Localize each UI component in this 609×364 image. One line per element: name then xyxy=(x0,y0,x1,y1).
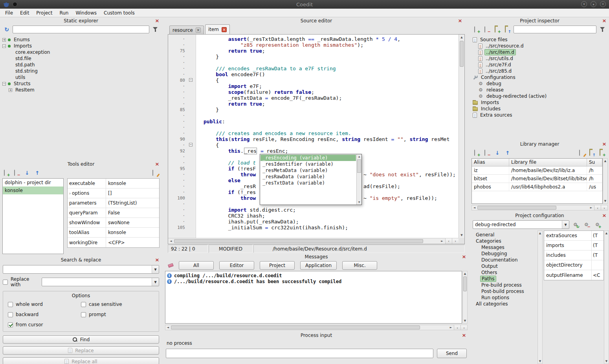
replace-with-checkbox[interactable] xyxy=(3,280,8,285)
collapse-icon[interactable]: − xyxy=(2,82,6,86)
category-item[interactable]: Pre-build process xyxy=(471,282,537,288)
filter-editor[interactable]: Editor xyxy=(219,261,254,270)
scroll-up-icon[interactable]: ▲ xyxy=(357,154,361,159)
message-item[interactable]: compiling /.../build/resource.d.coedit xyxy=(165,273,462,278)
code-line[interactable]: · import std.digest.crc; xyxy=(168,207,459,213)
category-item[interactable]: Others xyxy=(471,269,537,276)
expand-arrow-icon[interactable]: › xyxy=(69,191,71,196)
panel-close-icon[interactable] xyxy=(602,18,607,24)
code-line[interactable]: 80− { xyxy=(168,77,459,83)
category-item[interactable]: Paths xyxy=(471,276,537,282)
find-button[interactable]: Find xyxy=(3,335,159,344)
tree-item[interactable]: ../src/resource.d xyxy=(470,43,609,49)
tree-item[interactable]: release xyxy=(470,87,609,93)
sync-config-button[interactable] xyxy=(572,220,580,229)
category-item[interactable]: Categories xyxy=(471,238,537,244)
replace-button[interactable]: Replace xyxy=(3,346,159,355)
tree-item[interactable]: Includes xyxy=(470,106,609,112)
search-combo[interactable] xyxy=(3,265,159,274)
code-line[interactable]: 92 this._res = resEnc; xyxy=(168,148,459,154)
property-row[interactable]: showWindowswoNone xyxy=(68,218,159,228)
remove-source-button[interactable] xyxy=(483,25,492,34)
send-button[interactable]: Send xyxy=(437,349,467,358)
tree-item[interactable]: ../src/item.d xyxy=(470,49,609,55)
filter-all[interactable]: All xyxy=(179,261,214,270)
code-line[interactable]: · xyxy=(168,113,459,119)
menu-custom-tools[interactable]: Custom tools xyxy=(101,9,138,17)
checkbox[interactable] xyxy=(81,302,86,307)
symbol-search-input[interactable] xyxy=(13,26,149,33)
refresh-button[interactable] xyxy=(2,25,11,34)
next-icon[interactable]: › xyxy=(452,238,459,244)
checkbox[interactable] xyxy=(8,312,13,317)
editor-vscrollbar[interactable]: ▲ ▼ xyxy=(459,35,464,238)
tool-item[interactable]: konsole xyxy=(3,187,63,194)
menu-windows[interactable]: Windows xyxy=(73,9,100,17)
code-line[interactable]: · _resTxtData = encode_7F(_resRawData); xyxy=(168,95,459,101)
config-vscrollbar[interactable]: ▲ ▼ xyxy=(604,230,609,364)
category-item[interactable]: Messages xyxy=(471,244,537,251)
tree-item[interactable]: ../src/e7F.d xyxy=(470,62,609,68)
chevron-down-icon[interactable] xyxy=(562,221,569,229)
tree-item[interactable]: std.file xyxy=(0,55,162,62)
code-line[interactable]: · } xyxy=(168,54,459,60)
close-icon[interactable]: × xyxy=(600,1,606,7)
code-line[interactable]: 75 return true; xyxy=(168,48,459,54)
code-line[interactable]: ·− { xyxy=(168,142,459,148)
option-whole-word[interactable]: whole word xyxy=(8,302,81,307)
add-source-button[interactable] xyxy=(473,25,481,34)
panel-close-icon[interactable] xyxy=(154,257,160,263)
scroll-left-icon[interactable]: ◄ xyxy=(168,238,174,244)
scroll-down-icon[interactable]: ▼ xyxy=(603,199,607,203)
prev-icon[interactable]: ‹ xyxy=(594,205,601,210)
panel-close-icon[interactable] xyxy=(154,161,160,167)
tab-close-icon[interactable] xyxy=(222,27,227,32)
category-item[interactable]: Documentation xyxy=(471,257,537,263)
add-config-button[interactable] xyxy=(594,220,602,229)
property-value[interactable]: [] xyxy=(106,190,159,196)
scrollbar-thumb[interactable] xyxy=(171,326,420,329)
property-value[interactable]: konsole xyxy=(106,181,159,186)
library-row[interactable]: bitset/home/basile/Dev/Bitset/lib/bitse/… xyxy=(472,175,602,183)
library-vscrollbar[interactable]: ▲ ▼ xyxy=(603,158,608,204)
code-line[interactable]: · ihash.put(_resRawData); xyxy=(168,219,459,225)
scroll-down-icon[interactable]: ▼ xyxy=(459,232,464,238)
code-line[interactable]: 90 this(string resFile, ResEncoding resE… xyxy=(168,136,459,142)
property-row[interactable]: workingDire<CFP> xyxy=(68,238,159,247)
code-line[interactable]: · /// creates and encodes a new resource… xyxy=(168,130,459,136)
maximize-icon[interactable]: ▴ xyxy=(591,1,596,7)
category-item[interactable]: Run options xyxy=(471,294,537,301)
category-vscrollbar[interactable]: ▲ ▼ xyxy=(537,230,543,364)
config-property-row[interactable]: outputFilename<C xyxy=(544,270,603,280)
scroll-right-icon[interactable]: ► xyxy=(589,205,594,210)
messages-vscrollbar[interactable]: ▲ ▼ xyxy=(462,271,468,324)
category-item[interactable]: Post-build process xyxy=(471,288,537,294)
property-value[interactable]: (TStringList) xyxy=(106,200,159,206)
code-line[interactable]: · /// encodes _resRawData to a e7F strin… xyxy=(168,66,459,71)
property-row[interactable]: executablekonsole xyxy=(68,179,159,188)
property-row[interactable]: parameters(TStringList) xyxy=(68,198,159,208)
edit-library-button[interactable] xyxy=(578,148,586,157)
scroll-down-icon[interactable]: ▼ xyxy=(538,359,542,364)
edit-tool-button[interactable] xyxy=(151,168,160,177)
fold-collapse-icon[interactable]: − xyxy=(189,78,193,82)
property-value[interactable]: (T xyxy=(592,233,603,238)
tool-item[interactable]: dolphin - project dir xyxy=(3,179,63,187)
scroll-down-icon[interactable]: ▼ xyxy=(357,200,361,205)
add-library-folder-button[interactable] xyxy=(598,148,607,157)
code-line[interactable]: · xyxy=(168,60,459,66)
checkbox[interactable] xyxy=(81,312,86,317)
add-library-button[interactable] xyxy=(473,148,481,157)
property-row[interactable]: queryParamFalse xyxy=(68,208,159,218)
scroll-left-icon[interactable]: ◄ xyxy=(472,205,477,210)
property-row[interactable]: toolAliaskonsole xyxy=(68,228,159,238)
scrollbar-thumb[interactable] xyxy=(463,276,467,291)
completion-item[interactable]: _resRawData (variable) xyxy=(260,174,356,180)
scroll-up-icon[interactable]: ▲ xyxy=(459,35,464,40)
chevron-down-icon[interactable] xyxy=(152,278,159,286)
panel-close-icon[interactable] xyxy=(602,212,607,218)
code-line[interactable]: · return true; xyxy=(168,101,459,107)
tree-item[interactable]: −Structs xyxy=(0,80,162,87)
tree-item[interactable]: std.string xyxy=(0,68,162,74)
category-item[interactable]: All categories xyxy=(471,301,537,307)
